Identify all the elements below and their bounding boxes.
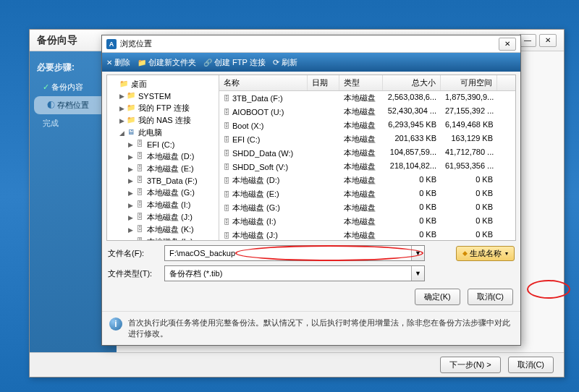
browse-body: 📁 桌面 ▶📁SYSTEM▶📁我的 FTP 连接▶📁我的 NAS 连接◢🖥此电脑…	[106, 74, 516, 241]
filename-label: 文件名(F):	[108, 248, 159, 259]
list-rows[interactable]: 🗄3TB_Data (F:)本地磁盘2,563,038,6...1,875,39…	[219, 91, 515, 240]
browse-buttons: 确定(K) 取消(C)	[102, 284, 520, 311]
col-header-date[interactable]: 日期	[308, 75, 339, 90]
tree-item[interactable]: ◢🖥此电脑	[109, 127, 217, 139]
filename-dropdown-icon[interactable]: ▼	[411, 246, 424, 260]
browse-toolbar: 删除 创建新文件夹 创建 FTP 连接 刷新	[102, 53, 520, 72]
toolbar-new-ftp[interactable]: 创建 FTP 连接	[203, 57, 266, 68]
drive-row[interactable]: 🗄EFI (C:)本地磁盘201,633 KB163,129 KB	[219, 132, 515, 146]
tree-item[interactable]: ▶🗄本地磁盘 (E:)	[109, 163, 217, 175]
tree-item[interactable]: ▶🗄本地磁盘 (J:)	[109, 211, 217, 223]
browse-cancel-button[interactable]: 取消(C)	[468, 289, 513, 305]
generate-name-button[interactable]: 生成名称▾	[456, 246, 515, 261]
browse-titlebar: A 浏览位置 ✕	[102, 35, 520, 53]
info-icon: i	[109, 318, 122, 331]
col-header-name[interactable]: 名称	[219, 75, 308, 90]
tree-item[interactable]: ▶📁我的 FTP 连接	[109, 102, 217, 114]
drive-row[interactable]: 🗄本地磁盘 (J:)本地磁盘0 KB0 KB	[219, 229, 515, 240]
browse-dialog: A 浏览位置 ✕ 删除 创建新文件夹 创建 FTP 连接 刷新 📁 桌面 ▶📁S…	[101, 35, 521, 346]
toolbar-refresh[interactable]: 刷新	[273, 57, 297, 68]
list-header: 名称 日期 类型 总大小 可用空间	[219, 75, 515, 91]
drive-row[interactable]: 🗄本地磁盘 (E:)本地磁盘0 KB0 KB	[219, 187, 515, 201]
browse-close-button[interactable]: ✕	[499, 38, 516, 51]
ok-button[interactable]: 确定(K)	[415, 289, 460, 305]
tree-item[interactable]: ▶📁我的 NAS 连接	[109, 114, 217, 127]
wizard-footer: 下一步(N) > 取消(C)	[30, 352, 564, 377]
tree-item[interactable]: ▶🗄3TB_Data (F:)	[109, 175, 217, 187]
toolbar-new-folder[interactable]: 创建新文件夹	[138, 57, 196, 68]
cancel-button[interactable]: 取消(C)	[508, 357, 554, 373]
drive-row[interactable]: 🗄3TB_Data (F:)本地磁盘2,563,038,6...1,875,39…	[219, 91, 515, 105]
col-header-free[interactable]: 可用空间	[441, 75, 497, 90]
col-header-size[interactable]: 总大小	[383, 75, 441, 90]
drive-row[interactable]: 🗄Boot (X:)本地磁盘6,293,945 KB6,149,468 KB	[219, 119, 515, 132]
drive-row[interactable]: 🗄本地磁盘 (G:)本地磁盘0 KB0 KB	[219, 201, 515, 215]
drive-row[interactable]: 🗄本地磁盘 (I:)本地磁盘0 KB0 KB	[219, 215, 515, 229]
app-icon: A	[106, 39, 117, 49]
drive-row[interactable]: 🗄SHDD_Data (W:)本地磁盘104,857,59...41,712,7…	[219, 146, 515, 160]
tree-item[interactable]: ▶🗄本地磁盘 (I:)	[109, 199, 217, 211]
filename-combo: ▼	[164, 245, 425, 261]
tree-pane[interactable]: 📁 桌面 ▶📁SYSTEM▶📁我的 FTP 连接▶📁我的 NAS 连接◢🖥此电脑…	[107, 75, 219, 240]
wizard-title: 备份向导	[37, 34, 77, 47]
tree-root[interactable]: 📁 桌面	[109, 78, 217, 90]
toolbar-delete[interactable]: 删除	[106, 57, 130, 68]
info-row: i 首次执行此项任务将使用完整备份法。默认情况下，以后执行时将使用增量法，除非您…	[102, 311, 520, 345]
window-controls: — ✕	[519, 34, 557, 47]
drive-row[interactable]: 🗄AIOBOOT (U:)本地磁盘52,430,304 ...27,155,39…	[219, 105, 515, 119]
filetype-dropdown-icon[interactable]: ▼	[411, 266, 424, 281]
col-header-type[interactable]: 类型	[339, 75, 383, 90]
minimize-button[interactable]: —	[519, 34, 536, 47]
tree-item[interactable]: ▶🗄EFI (C:)	[109, 139, 217, 150]
tree-item[interactable]: ▶🗄本地磁盘 (D:)	[109, 150, 217, 163]
filetype-label: 文件类型(T):	[108, 268, 159, 279]
drive-row[interactable]: 🗄SHDD_Soft (V:)本地磁盘218,104,82...61,953,3…	[219, 160, 515, 174]
next-button[interactable]: 下一步(N) >	[440, 357, 501, 373]
filename-row: 文件名(F): ▼ 生成名称▾ 文件类型(T): ▼	[102, 241, 520, 284]
tree-item[interactable]: ▶🗄本地磁盘 (K:)	[109, 223, 217, 236]
info-text: 首次执行此项任务将使用完整备份法。默认情况下，以后执行时将使用增量法，除非您在备…	[128, 318, 513, 339]
filetype-input[interactable]	[165, 266, 411, 281]
drive-row[interactable]: 🗄本地磁盘 (D:)本地磁盘0 KB0 KB	[219, 174, 515, 187]
tree-item[interactable]: ▶🗄本地磁盘 (G:)	[109, 187, 217, 199]
tree-item[interactable]: ▶📁SYSTEM	[109, 90, 217, 102]
tree-item[interactable]: ▶🗄本地磁盘 (L:)	[109, 236, 217, 240]
browse-title: 浏览位置	[120, 38, 152, 49]
filename-input[interactable]	[165, 246, 411, 260]
close-button[interactable]: ✕	[539, 34, 557, 47]
list-pane: 名称 日期 类型 总大小 可用空间 🗄3TB_Data (F:)本地磁盘2,56…	[219, 75, 515, 240]
filetype-combo: ▼	[164, 265, 425, 281]
